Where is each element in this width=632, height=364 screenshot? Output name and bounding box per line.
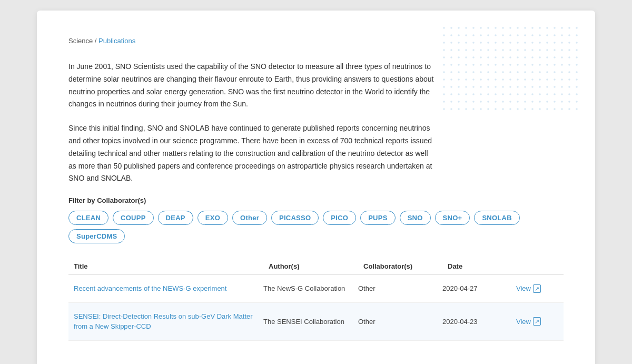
row-1-title-link[interactable]: Recent advancements of the NEWS-G experi… (74, 284, 226, 292)
filter-btn-deap[interactable]: DEAP (158, 211, 193, 225)
col-header-action (521, 262, 564, 270)
row-1-view-label: View (516, 284, 531, 292)
filter-btn-clean[interactable]: CLEAN (68, 211, 108, 225)
filter-btn-supercdms[interactable]: SuperCDMS (68, 229, 125, 243)
filter-btn-sno-plus[interactable]: SNO+ (435, 211, 470, 225)
publications-table: Title Author(s) Collaborator(s) Date Rec… (68, 258, 564, 341)
col-header-title: Title (74, 262, 269, 270)
row-1-external-link-icon: ↗ (533, 284, 541, 293)
breadcrumb-prefix: Science / (68, 37, 98, 45)
col-header-date: Date (448, 262, 521, 270)
row-1-view: View ↗ (516, 284, 558, 293)
intro-paragraph-1: In June 2001, SNO Scientists used the ca… (68, 61, 437, 111)
row-2-view: View ↗ (516, 317, 558, 326)
col-header-collaborator: Collaborator(s) (363, 262, 448, 270)
filter-buttons-container: CLEAN COUPP DEAP EXO Other PICASSO PICO … (68, 211, 564, 243)
filter-btn-pico[interactable]: PICO (323, 211, 356, 225)
col-header-author: Author(s) (269, 262, 363, 270)
filter-btn-sno[interactable]: SNO (400, 211, 431, 225)
row-1-author: The NewS-G Collaboration (263, 284, 358, 292)
filter-btn-exo[interactable]: EXO (197, 211, 228, 225)
table-row: SENSEI: Direct-Detection Results on sub-… (68, 303, 564, 341)
row-2-title-link[interactable]: SENSEI: Direct-Detection Results on sub-… (74, 312, 253, 331)
filter-label: Filter by Collaborator(s) (68, 196, 564, 204)
row-1-date: 2020-04-27 (442, 284, 516, 292)
row-2-date: 2020-04-23 (442, 318, 516, 326)
breadcrumb: Science / Publications (68, 37, 564, 45)
intro-paragraph-2: Since this initial finding, SNO and SNOL… (68, 122, 437, 185)
row-2-title: SENSEI: Direct-Detection Results on sub-… (74, 311, 263, 332)
breadcrumb-link[interactable]: Publications (98, 37, 135, 45)
page-container: Science / Publications In June 2001, SNO… (37, 11, 595, 364)
row-2-external-link-icon: ↗ (533, 317, 541, 326)
table-row: Recent advancements of the NEWS-G experi… (68, 275, 564, 303)
filter-btn-picasso[interactable]: PICASSO (271, 211, 319, 225)
table-header-row: Title Author(s) Collaborator(s) Date (68, 258, 564, 275)
row-1-title: Recent advancements of the NEWS-G experi… (74, 283, 263, 294)
filter-btn-snolab[interactable]: SNOLAB (474, 211, 519, 225)
filter-btn-other[interactable]: Other (232, 211, 267, 225)
row-2-collaborator: Other (358, 318, 442, 326)
row-1-view-link[interactable]: View ↗ (516, 284, 558, 293)
row-2-author: The SENSEI Collaboration (263, 318, 358, 326)
row-2-view-link[interactable]: View ↗ (516, 317, 558, 326)
row-1-collaborator: Other (358, 284, 442, 292)
filter-btn-coupp[interactable]: COUPP (113, 211, 154, 225)
row-2-view-label: View (516, 318, 531, 326)
filter-btn-pups[interactable]: PUPS (360, 211, 395, 225)
